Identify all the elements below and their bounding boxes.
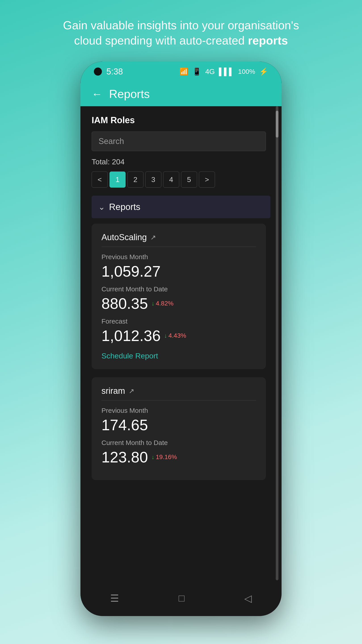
prev-month-value: 1,059.27 xyxy=(101,262,256,280)
status-icons: 📶 📱 4G ▌▌▌ 100% ⚡ xyxy=(179,67,268,76)
forecast-arrow-icon: ↓ xyxy=(164,332,167,339)
search-input[interactable]: Search xyxy=(92,132,266,151)
curr-month-change: ↓ 4.82% xyxy=(151,300,173,307)
down-arrow-icon: ↓ xyxy=(151,300,154,307)
home-icon[interactable]: □ xyxy=(179,592,185,604)
battery-status: 100% xyxy=(238,68,255,75)
sriram-card: sriram ↗ Previous Month 174.65 Current M… xyxy=(92,377,266,480)
reports-section-label: Reports xyxy=(109,202,140,212)
back-button[interactable]: ← xyxy=(92,88,102,100)
chevron-down-icon: ⌄ xyxy=(98,202,105,212)
battery-icon: ⚡ xyxy=(259,67,268,76)
signal-icon: 4G xyxy=(205,68,215,76)
tagline-bold: reports xyxy=(248,34,288,47)
section-title: IAM Roles xyxy=(92,115,270,125)
curr-month-label: Current Month to Date xyxy=(101,285,256,293)
sriram-down-arrow-icon: ↓ xyxy=(151,454,154,461)
sriram-prev-month-value: 174.65 xyxy=(101,416,256,434)
sriram-curr-month-label: Current Month to Date xyxy=(101,439,256,446)
phone-shell: 5:38 📶 📱 4G ▌▌▌ 100% ⚡ ← Reports IAM Rol… xyxy=(80,62,282,616)
status-time: 5:38 xyxy=(106,67,179,76)
card-title-sriram: sriram xyxy=(101,386,125,396)
scrollbar[interactable] xyxy=(276,106,278,580)
pagination: < 1 2 3 4 5 > xyxy=(92,172,270,188)
scrollbar-thumb[interactable] xyxy=(276,111,278,138)
bluetooth-icon: 📶 xyxy=(179,67,188,76)
forecast-percent: 4.43% xyxy=(168,332,186,339)
forecast-value: 1,012.36 ↓ 4.43% xyxy=(101,327,256,344)
tagline-text2: cloud spending with auto-created xyxy=(74,34,248,47)
tagline-text1: Gain valuable insights into your organis… xyxy=(63,19,299,32)
bottom-nav: ☰ □ ◁ xyxy=(80,580,282,616)
menu-icon[interactable]: ☰ xyxy=(110,592,119,604)
tagline: Gain valuable insights into your organis… xyxy=(41,0,321,62)
sim-icon: 📱 xyxy=(192,67,201,76)
forecast-change: ↓ 4.43% xyxy=(164,332,186,339)
signal-bars: ▌▌▌ xyxy=(219,68,234,76)
sriram-external-link-icon[interactable]: ↗ xyxy=(129,387,134,395)
page-next-button[interactable]: > xyxy=(199,172,215,188)
sriram-card-divider xyxy=(101,400,256,400)
total-count: Total: 204 xyxy=(92,158,270,166)
sriram-title-row: sriram ↗ xyxy=(101,386,256,396)
forecast-label: Forecast xyxy=(101,318,256,325)
page-2-button[interactable]: 2 xyxy=(127,172,143,188)
schedule-report-link[interactable]: Schedule Report xyxy=(101,352,158,360)
camera-icon xyxy=(94,68,102,76)
card-title-autoscaling: AutoScaling xyxy=(101,232,147,242)
page-prev-button[interactable]: < xyxy=(92,172,108,188)
page-5-button[interactable]: 5 xyxy=(181,172,197,188)
reports-section-header[interactable]: ⌄ Reports xyxy=(92,196,270,218)
page-1-button[interactable]: 1 xyxy=(109,172,126,188)
card-title-row: AutoScaling ↗ xyxy=(101,232,256,242)
page-3-button[interactable]: 3 xyxy=(145,172,161,188)
search-placeholder: Search xyxy=(98,137,124,146)
curr-month-value: 880.35 ↓ 4.82% xyxy=(101,295,256,312)
app-bar: ← Reports xyxy=(80,82,282,106)
sriram-curr-month-change: ↓ 19.16% xyxy=(151,454,177,461)
sriram-curr-month-value: 123.80 ↓ 19.16% xyxy=(101,448,256,466)
sriram-prev-month-label: Previous Month xyxy=(101,407,256,414)
autoscaling-card: AutoScaling ↗ Previous Month 1,059.27 Cu… xyxy=(92,224,266,369)
external-link-icon[interactable]: ↗ xyxy=(150,234,156,241)
curr-month-percent: 4.82% xyxy=(156,300,173,307)
main-content: IAM Roles Search Total: 204 < 1 2 3 4 5 … xyxy=(80,106,282,580)
phone-screen: 5:38 📶 📱 4G ▌▌▌ 100% ⚡ ← Reports IAM Rol… xyxy=(80,62,282,616)
page-4-button[interactable]: 4 xyxy=(163,172,179,188)
sriram-curr-percent: 19.16% xyxy=(156,454,177,461)
prev-month-label: Previous Month xyxy=(101,253,256,261)
app-title: Reports xyxy=(109,87,150,100)
status-bar: 5:38 📶 📱 4G ▌▌▌ 100% ⚡ xyxy=(80,62,282,82)
back-nav-icon[interactable]: ◁ xyxy=(244,592,252,604)
